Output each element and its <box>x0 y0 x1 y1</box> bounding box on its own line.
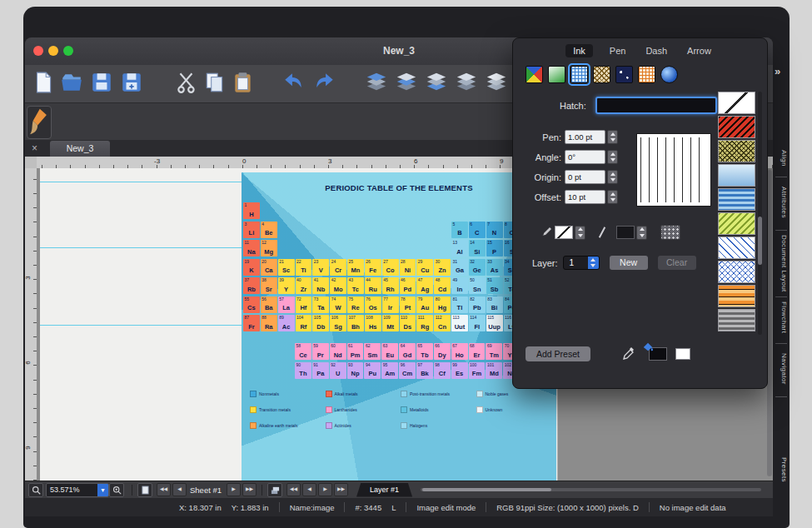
side-tab-attributes[interactable]: Attributes <box>775 177 788 228</box>
horizontal-scrollbar-thumb[interactable] <box>422 488 551 491</box>
sphere-blue-style-icon[interactable] <box>660 66 678 83</box>
fill-color-well[interactable] <box>675 348 690 360</box>
horizontal-scrollbar[interactable] <box>421 488 761 491</box>
stepper-down[interactable] <box>608 197 617 204</box>
panel-tab-ink[interactable]: Ink <box>565 44 593 57</box>
clear-layer-button[interactable]: Clear <box>658 256 696 270</box>
stepper-up[interactable] <box>608 171 617 177</box>
stepper-down[interactable] <box>608 157 617 164</box>
open-document-icon[interactable] <box>60 71 83 94</box>
last-sheet-button[interactable]: ▶▶ <box>242 483 257 496</box>
side-tab-document-layout[interactable]: Document Layout <box>775 232 788 295</box>
stepper-up[interactable] <box>608 151 617 157</box>
pattern-navy-style-icon[interactable] <box>615 66 633 83</box>
save-as-icon[interactable] <box>120 71 143 94</box>
stepper-down[interactable] <box>608 177 617 184</box>
panel-tab-pen[interactable]: Pen <box>606 44 630 57</box>
undo-icon[interactable] <box>281 71 305 94</box>
field-value[interactable]: 0 pt <box>565 170 605 184</box>
side-tab-flowchart[interactable]: Flowchart <box>775 293 788 341</box>
add-preset-button[interactable]: Add Preset <box>526 346 590 361</box>
new-layer-button[interactable]: New <box>610 256 648 270</box>
field-value[interactable]: 0° <box>565 150 605 164</box>
side-tab-align[interactable]: Align <box>775 142 788 175</box>
side-tab-navigator[interactable]: Navigator <box>775 343 788 395</box>
stepper-up[interactable] <box>608 191 617 197</box>
toolbar-overflow-chevron[interactable]: » <box>775 65 780 77</box>
stepper-down[interactable] <box>608 137 617 144</box>
swatch-scrollbar[interactable] <box>758 92 762 335</box>
pen-ink-stepper[interactable] <box>636 226 647 240</box>
layer-stack-4-icon[interactable] <box>455 71 478 94</box>
pen-ink-swatch[interactable] <box>616 226 635 239</box>
field-stepper[interactable] <box>607 130 618 144</box>
zoom-level-field[interactable]: 53.571% ▼ <box>46 483 109 497</box>
redo-icon[interactable] <box>313 71 336 94</box>
layer-stack-1-icon[interactable] <box>365 71 388 94</box>
prev-sheet-button[interactable]: ◀ <box>172 483 187 496</box>
save-icon[interactable] <box>90 71 113 94</box>
field-stepper[interactable] <box>607 190 618 204</box>
zoom-dropdown-icon[interactable]: ▼ <box>97 484 108 496</box>
prev-layer-button[interactable]: ◀ <box>302 483 316 496</box>
first-layer-button[interactable]: ◀◀ <box>286 483 301 496</box>
pattern-grid-button[interactable] <box>660 225 680 240</box>
tab-close-icon[interactable]: × <box>32 142 37 155</box>
hatch-swatch-orange-stripes[interactable] <box>718 285 755 307</box>
hatch-name-input[interactable] <box>595 97 717 114</box>
panel-tab-arrow[interactable]: Arrow <box>684 44 715 57</box>
next-layer-button[interactable]: ▶ <box>318 483 332 496</box>
stepper-down[interactable] <box>575 232 585 239</box>
stepper-up[interactable] <box>608 131 617 137</box>
hatch-swatch-blue-diagonal-lines[interactable] <box>718 237 755 259</box>
paste-icon[interactable] <box>232 71 255 94</box>
paintbrush-tool-button[interactable] <box>27 106 52 139</box>
hatch-swatch-blue-stripes[interactable] <box>718 188 755 211</box>
layer-tab[interactable]: Layer #1 <box>356 483 412 497</box>
side-tab-presets[interactable]: Presets <box>775 448 788 491</box>
zoom-tool-icon[interactable] <box>28 483 43 497</box>
periodic-table-image[interactable]: PERIODIC TABLE OF THE ELEMENTS 1H2He3Li4… <box>242 172 556 481</box>
last-layer-button[interactable]: ▶▶ <box>334 483 348 496</box>
layer-popup[interactable]: 1 <box>563 256 600 270</box>
copy-icon[interactable] <box>203 71 227 94</box>
gradient-wheel-style-icon[interactable] <box>526 66 543 83</box>
grid-orange-style-icon[interactable] <box>638 66 655 83</box>
cut-icon[interactable] <box>175 71 198 94</box>
crosshatch-tan-style-icon[interactable] <box>593 66 610 83</box>
zoom-in-icon[interactable] <box>109 483 124 497</box>
hatch-swatch-green-diagonal[interactable] <box>718 212 755 235</box>
layer-stack-5-icon[interactable] <box>485 71 508 94</box>
hatch-swatch-single-diagonal[interactable] <box>718 92 755 114</box>
fill-ink-stepper[interactable] <box>575 226 585 240</box>
hatch-swatch-gray-bars[interactable] <box>718 309 755 331</box>
stepper-up[interactable] <box>637 227 646 233</box>
layer-stack-3-icon[interactable] <box>425 71 448 94</box>
fill-ink-swatch[interactable] <box>555 226 573 239</box>
field-value[interactable]: 10 pt <box>565 190 605 204</box>
document-tab[interactable]: New_3 <box>50 141 110 157</box>
field-stepper[interactable] <box>607 170 618 184</box>
field-stepper[interactable] <box>607 150 618 164</box>
layer-stack-2-icon[interactable] <box>395 71 418 94</box>
stepper-up[interactable] <box>575 227 585 233</box>
pen-color-well[interactable] <box>649 347 667 361</box>
popup-up[interactable] <box>588 257 599 263</box>
hatch-swatch-olive-crosshatch[interactable] <box>718 140 755 162</box>
next-sheet-button[interactable]: ▶ <box>227 483 241 496</box>
swatch-scrollbar-thumb[interactable] <box>758 217 762 265</box>
field-value[interactable]: 1.00 pt <box>565 130 605 144</box>
panel-tab-dash[interactable]: Dash <box>642 44 670 57</box>
hatch-swatch-blue-crosshatch[interactable] <box>718 261 755 283</box>
sheet-name[interactable]: Sheet #1 <box>190 486 222 495</box>
new-document-icon[interactable] <box>32 71 55 94</box>
layer-popup-arrows-icon[interactable] <box>588 257 599 269</box>
hatch-lines-style-icon[interactable] <box>570 66 588 83</box>
stepper-down[interactable] <box>637 232 646 239</box>
eyedropper-icon[interactable] <box>622 347 635 361</box>
hatch-swatch-red-black-hatch[interactable] <box>718 116 755 138</box>
popup-down[interactable] <box>588 263 599 270</box>
first-sheet-button[interactable]: ◀◀ <box>157 483 171 496</box>
gradient-green-style-icon[interactable] <box>548 66 565 83</box>
hatch-swatch-blue-gradient[interactable] <box>718 164 755 187</box>
